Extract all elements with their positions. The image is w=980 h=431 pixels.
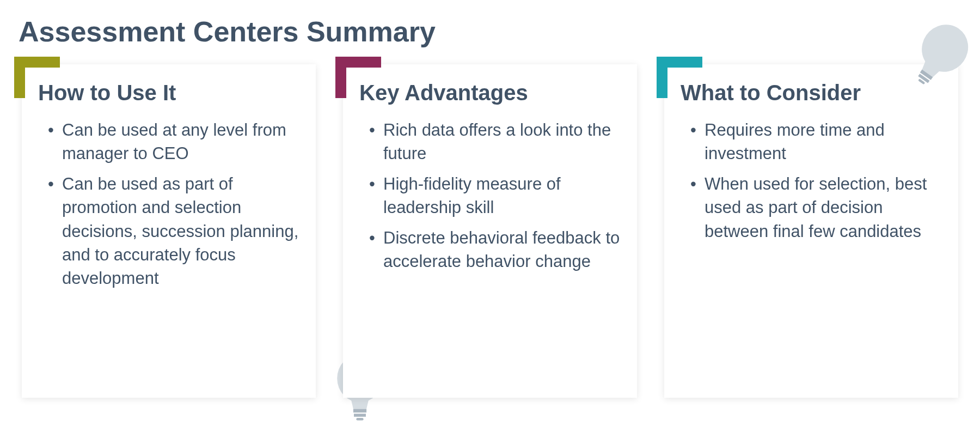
corner-accent <box>335 57 381 98</box>
svg-rect-2 <box>354 414 366 417</box>
card-how-to-use: How to Use It Can be used at any level f… <box>22 64 316 398</box>
card-list: Can be used at any level from manager to… <box>38 118 299 290</box>
page-title: Assessment Centers Summary <box>19 15 958 48</box>
list-item: High-fidelity measure of leadership skil… <box>369 172 621 220</box>
card-list: Requires more time and investment When u… <box>681 118 942 243</box>
list-item: Requires more time and investment <box>690 118 942 166</box>
card-what-to-consider: What to Consider Requires more time and … <box>664 64 958 398</box>
list-item: Can be used at any level from manager to… <box>48 118 299 166</box>
list-item: Discrete behavioral feedback to accelera… <box>369 226 621 274</box>
card-list: Rich data offers a look into the future … <box>359 118 621 273</box>
list-item: Rich data offers a look into the future <box>369 118 621 166</box>
corner-accent <box>14 57 60 98</box>
svg-rect-5 <box>920 70 933 80</box>
svg-rect-3 <box>356 418 363 420</box>
card-title: Key Advantages <box>359 81 621 105</box>
card-title: What to Consider <box>681 81 942 105</box>
list-item: When used for selection, best used as pa… <box>690 172 942 243</box>
list-item: Can be used as part of promotion and sel… <box>48 172 299 290</box>
svg-rect-1 <box>353 409 366 413</box>
corner-accent <box>657 57 702 98</box>
card-key-advantages: Key Advantages Rich data offers a look i… <box>343 64 637 398</box>
cards-row: How to Use It Can be used at any level f… <box>22 64 958 398</box>
card-title: How to Use It <box>38 81 299 105</box>
